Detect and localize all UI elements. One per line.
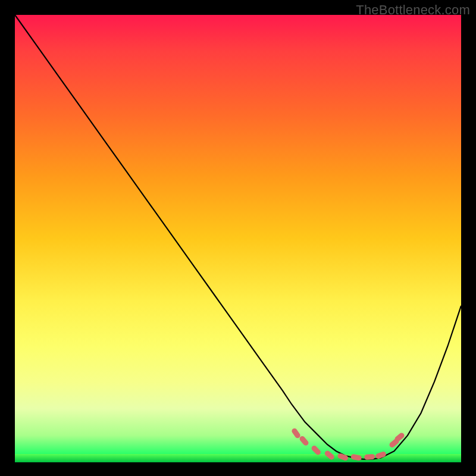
curve-marker bbox=[324, 450, 335, 461]
curve-marker bbox=[291, 427, 302, 439]
bottleneck-curve bbox=[15, 15, 461, 459]
plot-area bbox=[15, 15, 461, 462]
curve-marker bbox=[364, 454, 375, 460]
chart-frame: TheBottleneck.com bbox=[0, 0, 476, 476]
curve-marker bbox=[299, 435, 310, 447]
curve-marker bbox=[350, 454, 362, 461]
bottleneck-curve-svg bbox=[15, 15, 461, 462]
curve-marker bbox=[311, 444, 322, 456]
watermark-text: TheBottleneck.com bbox=[356, 2, 470, 18]
